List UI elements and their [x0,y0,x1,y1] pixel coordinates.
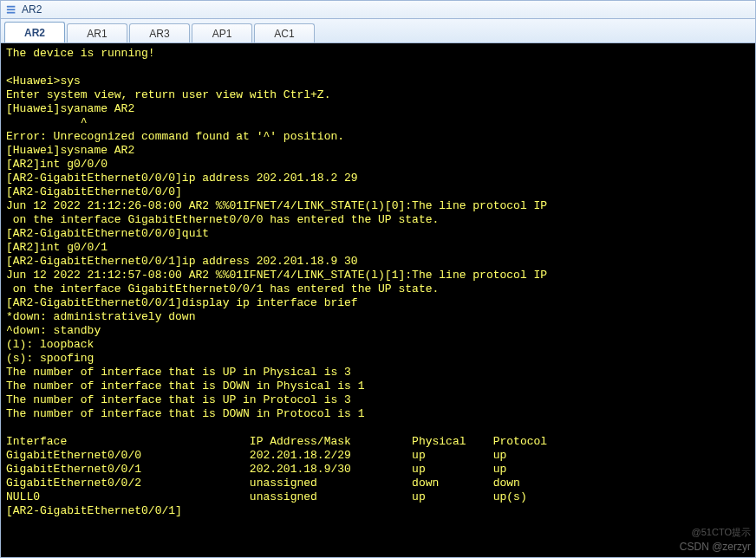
tab-ar2[interactable]: AR2 [4,22,65,42]
window-title: AR2 [22,3,42,16]
tab-ar3[interactable]: AR3 [129,23,190,42]
window-titlebar[interactable]: AR2 [0,0,756,19]
tab-strip: AR2 AR1 AR3 AP1 AC1 [0,19,756,43]
tab-ar1[interactable]: AR1 [67,23,127,42]
app-icon [4,3,18,16]
svg-point-1 [7,9,9,10]
tab-ac1[interactable]: AC1 [254,23,315,42]
svg-point-0 [7,6,9,8]
terminal-output[interactable]: The device is running! <Huawei>sys Enter… [0,43,756,558]
tab-ap1[interactable]: AP1 [192,23,252,42]
svg-point-2 [7,12,9,14]
